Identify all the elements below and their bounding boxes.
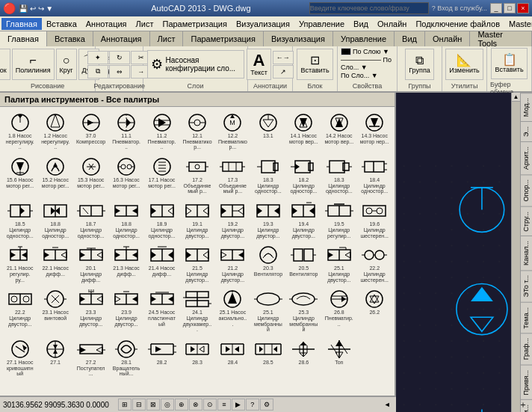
ribbon-tab-home[interactable]: Главная (0, 31, 47, 46)
help-link[interactable]: ? Вход в службу... (432, 4, 487, 12)
ribbon-btn-line[interactable]: ╱ Отрезок (0, 49, 10, 80)
palette-item-54[interactable]: 26.8 Пневматир... (322, 286, 356, 335)
palette-item-1[interactable]: 1.8 Насос нерегулиру... (3, 110, 37, 153)
palette-item-55[interactable]: 26.2 (358, 286, 392, 335)
palette-item-51[interactable]: 25.1 Насос аксиально... (216, 286, 250, 335)
palette-item-57[interactable]: 27.1 (38, 336, 72, 379)
palette-item-62[interactable]: 28.4 (216, 336, 250, 379)
palette-item-21[interactable]: 18.3 Цилиндр одностор... (322, 154, 356, 197)
palette-item-24[interactable]: 18.8 Цилиндр одностор... (38, 198, 72, 241)
sidebar-tab-kanal[interactable]: Канал... (521, 236, 532, 270)
palette-item-52[interactable]: 25.1 Цилиндр мембранный (251, 286, 285, 335)
menu-view[interactable]: Вид (349, 18, 373, 30)
menu-plugins[interactable]: Подключение файлов (411, 18, 504, 30)
palette-item-36[interactable]: 20.1 Цилиндр дифф... (74, 242, 108, 285)
ribbon-btn-insert-block[interactable]: ⊡ Вставить (297, 49, 332, 80)
search-input[interactable] (309, 2, 429, 14)
palette-item-63[interactable]: 28.5 (251, 336, 285, 379)
palette-item-4[interactable]: 11.1 Пневматор... (109, 110, 143, 153)
palette-item-32[interactable]: 19.5 Цилиндр регулир... (322, 198, 356, 241)
palette-item-50[interactable]: 24.1 Цилиндр двухкамер... (180, 286, 214, 335)
drawing-area[interactable]: ▲ ▼ (396, 93, 520, 412)
sidebar-tab-e[interactable]: Э... (521, 121, 532, 141)
palette-item-18[interactable]: 17.3 Объединяемый р... (216, 154, 250, 197)
palette-item-64[interactable]: 28.6 (287, 336, 321, 379)
palette-item-2[interactable]: 1.2 Насос нерегулиру... (38, 110, 72, 153)
menu-visualize[interactable]: Визуализация (232, 18, 294, 30)
palette-item-48[interactable]: 23.9 Цилиндр двустор... (109, 286, 143, 335)
palette-item-35[interactable]: 22.1 Насос дифф... (38, 242, 72, 285)
palette-item-29[interactable]: 19.2 Цилиндр двустор... (216, 198, 250, 241)
menu-online[interactable]: Онлайн (373, 18, 411, 30)
menu-home[interactable]: Главная (1, 18, 42, 30)
palette-item-34[interactable]: 21.1 Насос регулир. ру... (3, 242, 37, 285)
sidebar-tab-eto[interactable]: ЭТо т... (521, 270, 532, 301)
ribbon-btn-measure[interactable]: 📐 Изменить (445, 49, 483, 80)
palette-item-12[interactable]: 15.6 Насос мотор рег... (3, 154, 37, 197)
sidebar-tab-opor[interactable]: Опор... (521, 174, 532, 206)
palette-item-5[interactable]: 11.2 Пневматор... (145, 110, 179, 153)
status-qp-btn[interactable]: ? (246, 399, 259, 411)
sidebar-tab-shir[interactable]: Шири... (521, 399, 532, 412)
minimize-button[interactable]: _ (490, 3, 502, 13)
sidebar-tab-priv[interactable]: Привя... (521, 365, 532, 400)
palette-item-25[interactable]: 18.7 Цилиндр одностор... (74, 198, 108, 241)
palette-item-10[interactable]: 14.2 Насос мотор вер... (322, 110, 356, 153)
ribbon-btn-mirror[interactable]: ⇔ (109, 65, 130, 79)
ribbon-btn-move[interactable]: ✦ (87, 51, 108, 64)
ribbon-btn-leader[interactable]: ↗ (273, 65, 294, 79)
menu-mastertools[interactable]: Master Tools (504, 18, 532, 30)
ribbon-btn-group[interactable]: ⧉ Группа (405, 49, 434, 80)
tab-prev-btn[interactable]: ◄ (383, 401, 392, 408)
ribbon-btn-paste[interactable]: 📋 Вставить (491, 48, 527, 79)
palette-item-42[interactable]: 20.5 Вентилятор (287, 242, 321, 285)
palette-item-33[interactable]: 19.6 Цилиндр шестерен... (358, 198, 392, 241)
ribbon-tab-manage[interactable]: Управление (333, 31, 395, 46)
close-button[interactable]: × (517, 3, 529, 13)
ribbon-tab-view[interactable]: Вид (395, 31, 425, 46)
palette-item-6[interactable]: 12.1 Пневматикор... (180, 110, 214, 153)
ribbon-btn-config[interactable]: ⚙ Насосная конфигурации сло... (147, 50, 244, 79)
palette-item-43[interactable]: 25.1 Цилиндр двустор... (322, 242, 356, 285)
palette-item-23[interactable]: 18.5 Цилиндр одностор... (3, 198, 37, 241)
status-grid-btn[interactable]: ⊟ (132, 399, 146, 411)
palette-item-14[interactable]: 15.3 Насос мотор рег... (74, 154, 108, 197)
scroll-up-btn[interactable]: ▲ (512, 93, 520, 102)
palette-item-28[interactable]: 19.1 Цилиндр двустор... (180, 198, 214, 241)
status-dyn-btn[interactable]: ⊙ (203, 399, 217, 411)
palette-item-22[interactable]: 18.4 Цилиндр одностор... (358, 154, 392, 197)
palette-item-9[interactable]: 14.1 Насос мотор вер... (287, 110, 321, 153)
palette-item-45[interactable]: 22.2 Цилиндр двустор... (3, 286, 37, 335)
ribbon-btn-copy[interactable]: ⧉ (87, 65, 108, 79)
palette-item-65[interactable]: Ton (322, 336, 356, 379)
palette-item-8[interactable]: 13.1 (251, 110, 285, 153)
palette-item-59[interactable]: 28.1 Вращательный... (109, 336, 143, 379)
palette-item-56[interactable]: 27.1 Насос кривошипный (3, 336, 37, 379)
palette-item-39[interactable]: 21.5 Цилиндр двустор... (180, 242, 214, 285)
ribbon-tab-annotation[interactable]: Аннотация (93, 31, 150, 46)
ribbon-btn-circle[interactable]: ○ Круг (56, 49, 77, 80)
sidebar-tab-graf[interactable]: Граф... (521, 333, 532, 364)
palette-item-47[interactable]: 23.3 Цилиндр двустор... (74, 286, 108, 335)
palette-item-27[interactable]: 18.9 Цилиндр одностор... (145, 198, 179, 241)
palette-item-44[interactable]: 22.2 Цилиндр шестерен... (358, 242, 392, 285)
status-otrack-btn[interactable]: ⊗ (189, 399, 202, 411)
maximize-button[interactable]: □ (504, 3, 516, 13)
vscrollbar[interactable]: ▲ ▼ (511, 93, 520, 412)
ribbon-tab-plugins[interactable]: Master Tools (470, 31, 532, 46)
status-tp-btn[interactable]: ▶ (232, 399, 245, 411)
palette-item-30[interactable]: 19.3 Цилиндр двустор... (251, 198, 285, 241)
palette-item-40[interactable]: 21.2 Цилиндр двустор... (216, 242, 250, 285)
status-sc-btn[interactable]: ⚙ (260, 399, 273, 411)
palette-item-58[interactable]: 27.2 Поступател... (74, 336, 108, 379)
menu-sheet[interactable]: Лист (132, 18, 158, 30)
palette-item-49[interactable]: 24.5 Насос пластинчатый (145, 286, 179, 335)
palette-item-13[interactable]: 15.2 Насос мотор рег... (38, 154, 72, 197)
sidebar-tab-arch[interactable]: Архит... (521, 141, 532, 174)
status-ortho-btn[interactable]: ⊠ (146, 399, 160, 411)
ribbon-tab-insert[interactable]: Вставка (47, 31, 93, 46)
ribbon-btn-rotate[interactable]: ↻ (109, 51, 130, 64)
palette-item-61[interactable]: 28.3 (180, 336, 214, 379)
palette-item-53[interactable]: 25.3 Цилиндр мембранный (287, 286, 321, 335)
palette-item-11[interactable]: 14.3 Насос мотор нер... (358, 110, 392, 153)
